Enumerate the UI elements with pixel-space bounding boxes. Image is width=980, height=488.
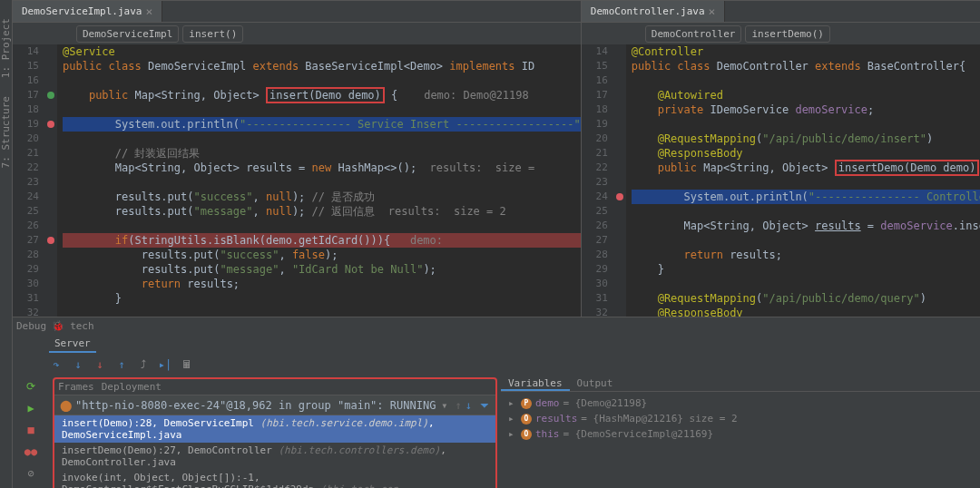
tab-demoserviceimpl[interactable]: DemoServiceImpl.java × [13, 1, 162, 22]
stop-icon[interactable]: ■ [24, 423, 38, 437]
mute-breakpoints-icon[interactable]: ⊘ [24, 466, 38, 481]
code-area-left[interactable]: 1415161718192021222324252627282930313233… [13, 44, 581, 317]
debug-body: ⟳ ▶ ■ ●● ⊘ Frames Deployment ⬤ "http-nio… [13, 376, 980, 488]
close-icon[interactable]: × [709, 5, 716, 18]
run-config-label: tech [70, 320, 94, 332]
vars-tabs: Variables Output [501, 376, 980, 392]
project-tool-button[interactable]: 1: Project [0, 18, 12, 78]
tab-label: DemoServiceImpl.java [22, 5, 142, 17]
view-breakpoints-icon[interactable]: ●● [24, 444, 38, 459]
crumb-class[interactable]: DemoController [645, 25, 742, 43]
down-arrow-icon[interactable]: ↓ [466, 399, 472, 412]
rerun-icon[interactable]: ⟳ [24, 379, 38, 394]
tab-label: DemoController.java [591, 5, 705, 17]
frames-section: Frames Deployment ⬤ "http-nio-8080-exec-… [53, 377, 497, 488]
editor-split: DemoServiceImpl.java × DemoServiceImpl i… [13, 1, 980, 317]
step-out-icon[interactable]: ↑ [114, 357, 129, 372]
tool-window-bar-left: 1: Project 7: Structure [0, 0, 13, 488]
frames-tab[interactable]: Frames [58, 381, 94, 393]
frames-tabs: Frames Deployment [54, 379, 495, 395]
frame-item[interactable]: insertDemo(Demo):27, DemoController (hbi… [54, 443, 495, 470]
filter-icon[interactable]: ⏷ [479, 399, 490, 412]
deployment-tab[interactable]: Deployment [102, 381, 162, 393]
code-area-right[interactable]: 1415161718192021222324252627282930313233… [582, 44, 980, 317]
structure-tool-button[interactable]: 7: Structure [0, 96, 12, 168]
crumb-method[interactable]: insertDemo() [745, 25, 829, 43]
close-icon[interactable]: × [145, 5, 152, 18]
evaluate-icon[interactable]: 🖩 [180, 357, 194, 372]
variable-item[interactable]: ▸O this = {DemoServiceImpl@21169} [508, 426, 980, 442]
tab-bar-left: DemoServiceImpl.java × [13, 1, 581, 23]
marker-gutter-left[interactable] [44, 44, 57, 317]
resume-icon[interactable]: ▶ [24, 401, 38, 415]
member-crumbs-left: DemoServiceImpl insert() [13, 23, 581, 44]
drop-frame-icon[interactable]: ⤴ [136, 357, 151, 372]
debug-top-tabs: Server [13, 334, 980, 354]
run-to-cursor-icon[interactable]: ▸| [158, 357, 172, 372]
debug-panel: Debug 🐞 tech Server ↷ ↓ ↓ ↑ ⤴ ▸| 🖩 ⟳ ▶ ■… [13, 317, 980, 488]
var-list: ▸P demo = {Demo@21198}▸O results = {Hash… [501, 392, 980, 445]
variable-item[interactable]: ▸P demo = {Demo@21198} [508, 395, 980, 411]
output-label: Output [577, 377, 613, 389]
line-gutter-left[interactable]: 1415161718192021222324252627282930313233… [13, 44, 44, 317]
step-over-icon[interactable]: ↷ [49, 357, 64, 372]
debug-header: Debug 🐞 tech [13, 317, 980, 334]
output-tab[interactable]: Output [570, 376, 621, 391]
thread-label: "http-nio-8080-exec-24"@18,962 in group … [75, 399, 436, 412]
frame-item[interactable]: invoke(int, Object, Object[]):-1, DemoCo… [54, 470, 495, 488]
member-crumbs-right: DemoController insertDemo() [582, 23, 980, 44]
code-lines-right[interactable]: @Controllerpublic class DemoController e… [626, 44, 980, 317]
step-into-icon[interactable]: ↓ [71, 357, 85, 372]
line-gutter-right[interactable]: 1415161718192021222324252627282930313233… [582, 44, 613, 317]
server-tab[interactable]: Server [49, 336, 96, 353]
variable-item[interactable]: ▸O results = {HashMap@21216} size = 2 [508, 411, 980, 426]
tab-bar-right: DemoController.java × [582, 1, 980, 23]
variables-tab[interactable]: Variables [501, 376, 570, 391]
debug-side-controls: ⟳ ▶ ■ ●● ⊘ [13, 376, 49, 488]
up-arrow-icon[interactable]: ↑ [456, 399, 462, 412]
thread-selector[interactable]: ⬤ "http-nio-8080-exec-24"@18,962 in grou… [54, 395, 495, 415]
bug-icon: 🐞 [52, 320, 64, 332]
tab-democontroller[interactable]: DemoController.java × [582, 1, 726, 22]
frame-list: insert(Demo):28, DemoServiceImpl (hbi.te… [54, 415, 495, 488]
frame-item[interactable]: insert(Demo):28, DemoServiceImpl (hbi.te… [54, 415, 495, 443]
editor-pane-left: DemoServiceImpl.java × DemoServiceImpl i… [13, 1, 582, 317]
thread-icon: ⬤ [60, 399, 72, 412]
variables-section: Variables Output ▸P demo = {Demo@21198}▸… [501, 376, 980, 488]
main-area: DemoServiceImpl.java × DemoServiceImpl i… [13, 0, 980, 488]
code-lines-left[interactable]: @Servicepublic class DemoServiceImpl ext… [57, 44, 581, 317]
variables-label: Variables [508, 377, 563, 389]
force-step-into-icon[interactable]: ↓ [93, 357, 107, 372]
debug-toolbar: ↷ ↓ ↓ ↑ ⤴ ▸| 🖩 [13, 354, 980, 376]
debug-title: Debug [16, 320, 46, 332]
crumb-class[interactable]: DemoServiceImpl [76, 25, 179, 43]
editor-pane-right: DemoController.java × DemoController ins… [582, 1, 980, 317]
crumb-method[interactable]: insert() [182, 25, 243, 43]
marker-gutter-right[interactable] [613, 44, 626, 317]
chevron-down-icon[interactable]: ▾ [441, 399, 447, 412]
